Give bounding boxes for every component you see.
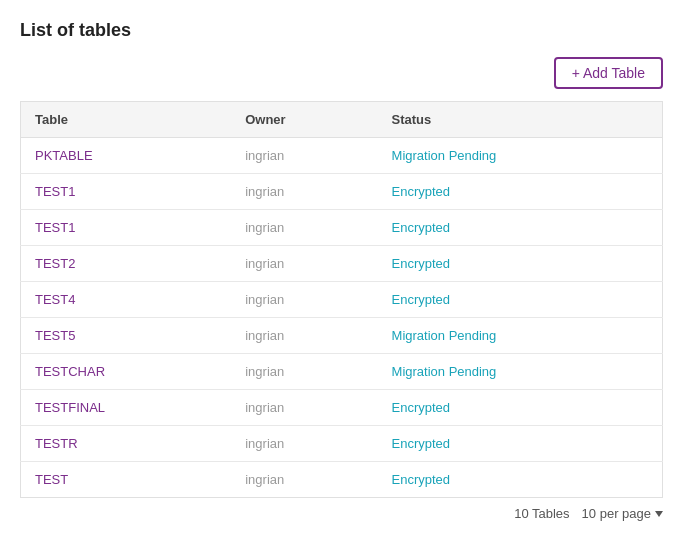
table-status-cell: Encrypted [378,174,663,210]
table-owner-cell: ingrian [231,462,377,498]
total-count: 10 Tables [514,506,569,521]
table-name-cell: TESTCHAR [21,354,232,390]
table-name-cell: TEST [21,462,232,498]
chevron-down-icon [655,511,663,517]
table-owner-cell: ingrian [231,246,377,282]
table-name-link[interactable]: TESTCHAR [35,364,105,379]
table-name-cell: TEST2 [21,246,232,282]
table-owner-cell: ingrian [231,426,377,462]
per-page-selector[interactable]: 10 per page [582,506,663,521]
table-status-cell: Migration Pending [378,138,663,174]
table-row: TEST4ingrianEncrypted [21,282,663,318]
table-row: TEST1ingrianEncrypted [21,210,663,246]
col-header-table: Table [21,102,232,138]
table-name-link[interactable]: TEST4 [35,292,75,307]
table-status-cell: Migration Pending [378,354,663,390]
table-row: TEST1ingrianEncrypted [21,174,663,210]
table-row: TESTRingrianEncrypted [21,426,663,462]
table-status-cell: Encrypted [378,282,663,318]
table-name-link[interactable]: PKTABLE [35,148,93,163]
table-owner-cell: ingrian [231,390,377,426]
table-name-cell: TEST4 [21,282,232,318]
table-owner-cell: ingrian [231,282,377,318]
page-title: List of tables [20,20,663,41]
table-header: Table Owner Status [21,102,663,138]
table-name-cell: TESTFINAL [21,390,232,426]
table-status-cell: Encrypted [378,426,663,462]
table-owner-cell: ingrian [231,318,377,354]
add-table-button[interactable]: + Add Table [554,57,663,89]
table-owner-cell: ingrian [231,354,377,390]
table-status-cell: Encrypted [378,390,663,426]
table-row: TEST2ingrianEncrypted [21,246,663,282]
table-name-link[interactable]: TESTFINAL [35,400,105,415]
table-name-link[interactable]: TEST [35,472,68,487]
table-status-cell: Encrypted [378,246,663,282]
table-row: TESTingrianEncrypted [21,462,663,498]
table-row: PKTABLEingrianMigration Pending [21,138,663,174]
table-owner-cell: ingrian [231,210,377,246]
table-name-cell: TEST1 [21,210,232,246]
col-header-status: Status [378,102,663,138]
table-row: TESTCHARingrianMigration Pending [21,354,663,390]
per-page-label: 10 per page [582,506,651,521]
tables-list: Table Owner Status PKTABLEingrianMigrati… [20,101,663,498]
table-status-cell: Migration Pending [378,318,663,354]
table-owner-cell: ingrian [231,138,377,174]
table-row: TEST5ingrianMigration Pending [21,318,663,354]
table-row: TESTFINALingrianEncrypted [21,390,663,426]
table-name-cell: TEST5 [21,318,232,354]
toolbar: + Add Table [20,57,663,89]
table-name-link[interactable]: TEST5 [35,328,75,343]
table-name-link[interactable]: TEST1 [35,184,75,199]
table-name-link[interactable]: TEST2 [35,256,75,271]
table-name-link[interactable]: TEST1 [35,220,75,235]
table-name-cell: TESTR [21,426,232,462]
table-status-cell: Encrypted [378,462,663,498]
col-header-owner: Owner [231,102,377,138]
table-name-cell: PKTABLE [21,138,232,174]
table-owner-cell: ingrian [231,174,377,210]
footer: 10 Tables 10 per page [20,506,663,521]
table-name-cell: TEST1 [21,174,232,210]
table-status-cell: Encrypted [378,210,663,246]
table-name-link[interactable]: TESTR [35,436,78,451]
table-body: PKTABLEingrianMigration PendingTEST1ingr… [21,138,663,498]
